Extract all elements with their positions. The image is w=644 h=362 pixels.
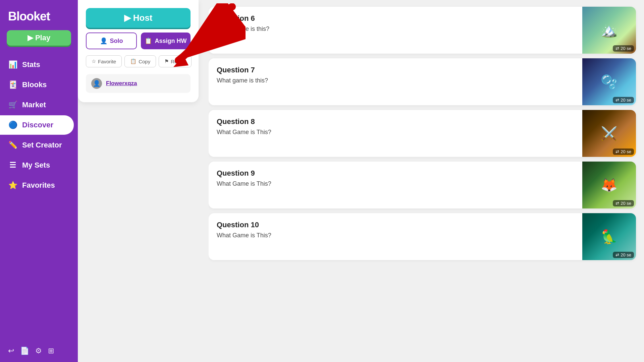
- question-title-9: Question 9: [217, 169, 574, 178]
- solo-button[interactable]: 👤 Solo: [86, 33, 137, 49]
- action-panel: ▶ Host 👤 Solo 📋 Assign HW ☆ Favorite 📋 C…: [78, 0, 199, 102]
- star-icon: ☆: [92, 58, 96, 64]
- report-icon: ⚑: [164, 58, 169, 64]
- questions-area: Question 6 What Game is this? ⇄20 se Que…: [209, 0, 644, 362]
- app-logo: Blooket: [0, 0, 78, 30]
- assign-hw-label: Assign HW: [155, 38, 186, 45]
- action-row: 👤 Solo 📋 Assign HW: [86, 33, 191, 49]
- question-image-8: ⇄20 se: [582, 110, 636, 157]
- question-image-6: ⇄20 se: [582, 7, 636, 54]
- sidebar-item-my-sets[interactable]: ☰ My Sets: [0, 156, 78, 175]
- question-body-8: What Game is This?: [217, 129, 574, 136]
- question-body-9: What Game is This?: [217, 180, 574, 187]
- q8-timer: 20 se: [621, 149, 631, 154]
- sidebar-bottom: ↩ 📄 ⚙ ⊞: [0, 340, 78, 362]
- sidebar-item-label-my-sets: My Sets: [22, 161, 50, 170]
- action-icons-row: ☆ Favorite 📋 Copy ⚑ Report: [86, 55, 191, 67]
- sidebar-item-label-discover: Discover: [22, 121, 53, 129]
- discover-icon: 🔵: [8, 121, 17, 129]
- question-body-7: What game is this?: [217, 77, 574, 84]
- creator-row: 👤 Flowerxqza: [86, 74, 191, 93]
- q6-timer: 20 se: [621, 46, 631, 51]
- question-text-9: Question 9 What Game is This?: [209, 162, 582, 208]
- sidebar-item-label-blooks: Blooks: [22, 80, 47, 89]
- copy-icon: 📋: [130, 58, 137, 64]
- q8-timer-badge: ⇄20 se: [613, 148, 634, 155]
- grid-icon[interactable]: ⊞: [48, 347, 54, 355]
- question-image-9: ⇄20 se: [582, 162, 636, 208]
- sidebar-item-label-set-creator: Set Creator: [22, 141, 62, 149]
- assign-doc-icon: 📋: [145, 37, 152, 45]
- history-icon[interactable]: ↩: [8, 347, 14, 355]
- question-image-10: ⇄20 se: [582, 213, 636, 260]
- my-sets-icon: ☰: [8, 161, 17, 170]
- favorite-label: Favorite: [98, 59, 116, 64]
- document-icon[interactable]: 📄: [20, 347, 29, 355]
- blooks-icon: 🃏: [8, 80, 17, 89]
- creator-name[interactable]: Flowerxqza: [106, 80, 137, 87]
- sidebar-item-market[interactable]: 🛒 Market: [0, 95, 78, 115]
- sidebar-item-stats[interactable]: 📊 Stats: [0, 55, 78, 74]
- sidebar-item-set-creator[interactable]: ✏️ Set Creator: [0, 135, 78, 155]
- set-creator-icon: ✏️: [8, 141, 17, 149]
- settings-icon[interactable]: ⚙: [35, 347, 42, 355]
- question-card-7: Question 7 What game is this? ⇄20 se: [209, 58, 636, 105]
- copy-label: Copy: [139, 59, 150, 64]
- stats-icon: 📊: [8, 60, 17, 69]
- report-label: Report: [171, 59, 186, 64]
- sidebar: Blooket ▶ Play 📊 Stats 🃏 Blooks 🛒 Market…: [0, 0, 78, 362]
- question-title-10: Question 10: [217, 221, 574, 229]
- question-text-10: Question 10 What Game is This?: [209, 213, 582, 260]
- question-title-6: Question 6: [217, 14, 574, 23]
- favorite-button[interactable]: ☆ Favorite: [86, 55, 122, 67]
- question-body-10: What Game is This?: [217, 232, 574, 239]
- q10-timer: 20 se: [621, 252, 631, 257]
- report-button[interactable]: ⚑ Report: [159, 55, 192, 67]
- sidebar-item-label-stats: Stats: [22, 60, 40, 69]
- avatar: 👤: [91, 78, 102, 89]
- sidebar-item-blooks[interactable]: 🃏 Blooks: [0, 75, 78, 95]
- q7-timer-badge: ⇄20 se: [613, 97, 634, 103]
- copy-button[interactable]: 📋 Copy: [124, 55, 156, 67]
- question-card-10: Question 10 What Game is This? ⇄20 se: [209, 213, 636, 260]
- question-text-8: Question 8 What Game is This?: [209, 110, 582, 157]
- question-title-8: Question 8: [217, 117, 574, 126]
- q10-timer-badge: ⇄20 se: [613, 252, 634, 258]
- q9-timer-badge: ⇄20 se: [613, 200, 634, 206]
- favorites-icon: ⭐: [8, 181, 17, 190]
- assign-hw-button[interactable]: 📋 Assign HW: [141, 33, 191, 49]
- q6-timer-badge: ⇄20 se: [613, 45, 634, 52]
- play-button[interactable]: ▶ Play: [7, 30, 71, 46]
- question-card-8: Question 8 What Game is This? ⇄20 se: [209, 110, 636, 157]
- market-icon: 🛒: [8, 101, 17, 109]
- solo-person-icon: 👤: [100, 37, 107, 45]
- solo-label: Solo: [110, 38, 123, 45]
- sidebar-nav: 📊 Stats 🃏 Blooks 🛒 Market 🔵 Discover ✏️ …: [0, 52, 78, 340]
- question-title-7: Question 7: [217, 66, 574, 74]
- sidebar-item-discover[interactable]: 🔵 Discover: [0, 115, 74, 135]
- question-text-6: Question 6 What Game is this?: [209, 7, 582, 54]
- question-image-7: ⇄20 se: [582, 58, 636, 105]
- q9-timer: 20 se: [621, 201, 631, 206]
- sidebar-item-label-market: Market: [22, 101, 46, 109]
- question-card-9: Question 9 What Game is This? ⇄20 se: [209, 162, 636, 208]
- host-button[interactable]: ▶ Host: [86, 8, 191, 28]
- question-text-7: Question 7 What game is this?: [209, 58, 582, 105]
- question-card-6: Question 6 What Game is this? ⇄20 se: [209, 7, 636, 54]
- sidebar-item-label-favorites: Favorites: [22, 181, 55, 190]
- main-content: ▶ Host 👤 Solo 📋 Assign HW ☆ Favorite 📋 C…: [78, 0, 644, 362]
- question-body-6: What Game is this?: [217, 25, 574, 33]
- sidebar-item-favorites[interactable]: ⭐ Favorites: [0, 176, 78, 195]
- q7-timer: 20 se: [621, 98, 631, 103]
